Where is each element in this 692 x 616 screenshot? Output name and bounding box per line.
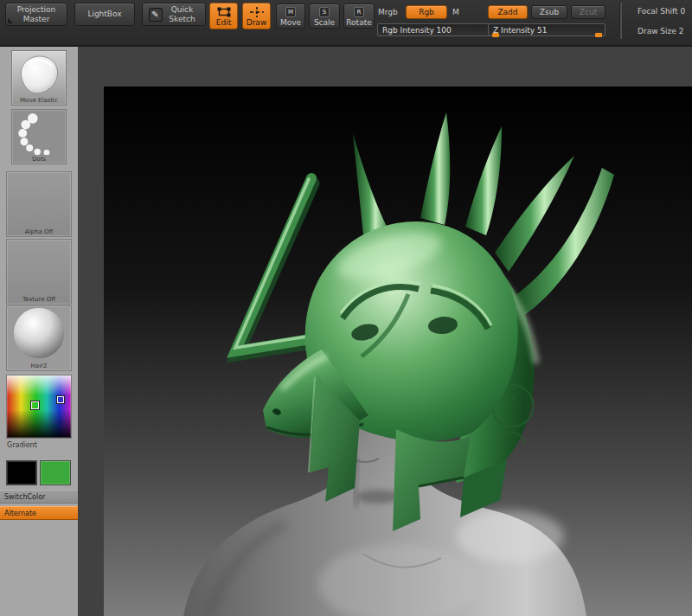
z-intensity-handle[interactable] [595,33,602,37]
move-button[interactable]: M Move [276,3,305,29]
m-button[interactable]: M [452,8,459,16]
secondary-color-swatch[interactable] [40,460,71,485]
lightbox-label: LightBox [87,10,121,18]
draw-button[interactable]: Draw [242,3,271,29]
alternate-button[interactable]: Alternate [0,506,78,520]
rgb-intensity-slider[interactable]: Rgb Intensity 100 [377,23,498,36]
color-picker-hue-cursor[interactable] [57,396,64,403]
switch-color-label: SwitchColor [4,493,45,501]
pencil-icon: ✎ [149,8,163,22]
zsub-label: Zsub [540,8,559,16]
marquee-icon [217,7,231,17]
rgb-button[interactable]: Rgb [406,5,447,19]
brush-blob-icon [12,51,66,96]
z-intensity-slider[interactable]: Z Intensity 51 [488,23,606,36]
projection-master-label: Projection Master [6,5,67,23]
zsub-button[interactable]: Zsub [531,5,567,19]
edit-button[interactable]: Edit [209,3,238,29]
rotate-label: Rotate [346,18,371,27]
alpha-selector[interactable]: Alpha Off [6,171,72,237]
alpha-label: Alpha Off [7,228,71,235]
texture-label: Texture Off [7,296,71,303]
edit-label: Edit [216,18,231,27]
zadd-label: Zadd [497,8,517,16]
document-area [78,47,692,616]
rgb-intensity-label: Rgb Intensity 100 [382,26,452,35]
material-label: Hair2 [7,363,71,369]
dots-stroke-icon [12,110,66,155]
rotate-button[interactable]: R Rotate [343,3,375,29]
scale-gizmo-icon: S [319,7,330,17]
toolbar-divider [619,3,622,39]
sculpt-viewport[interactable] [104,87,692,616]
color-picker-cursor[interactable] [31,401,39,409]
lightbox-button[interactable]: LightBox [74,3,135,26]
z-intensity-label: Z Intensity 51 [493,26,548,35]
mrgb-button[interactable]: Mrgb [378,8,398,16]
quick-sketch-label: Quick Sketch [165,5,200,23]
zcut-label: Zcut [580,8,597,16]
rotate-gizmo-icon: R [354,7,364,17]
focal-shift-slider[interactable]: Focal Shift 0 [638,7,692,16]
switch-color-button[interactable]: SwitchColor [0,490,78,504]
scale-label: Scale [314,18,335,27]
texture-selector[interactable]: Texture Off [6,239,72,305]
scale-button[interactable]: S Scale [309,3,340,29]
material-sphere-icon [7,306,71,362]
projection-master-button[interactable]: Projection Master [5,3,67,26]
alternate-label: Alternate [4,510,36,517]
move-label: Move [280,18,301,27]
stroke-label: Dots [12,156,66,163]
top-toolbar: Projection Master LightBox ✎ Quick Sketc… [0,0,692,47]
left-shelf: Move Elastic Dots Alpha Off Texture Off [0,47,78,616]
crosshair-icon [250,7,264,17]
quick-sketch-button[interactable]: ✎ Quick Sketch [142,3,206,26]
rgb-label: Rgb [419,8,434,16]
draw-label: Draw [247,18,267,27]
zcut-button[interactable]: Zcut [571,5,606,19]
zadd-button[interactable]: Zadd [488,5,528,19]
material-selector[interactable]: Hair2 [6,305,72,371]
move-gizmo-icon: M [285,7,296,17]
color-picker[interactable] [6,375,72,439]
brush-selector[interactable]: Move Elastic [11,50,67,106]
rgb-intensity-handle[interactable] [492,33,499,37]
draw-size-slider[interactable]: Draw Size 2 [638,27,692,35]
stroke-selector[interactable]: Dots [11,109,67,164]
main-color-swatch[interactable] [6,460,37,485]
fold-corner-icon [8,18,13,23]
brush-label: Move Elastic [12,97,66,104]
